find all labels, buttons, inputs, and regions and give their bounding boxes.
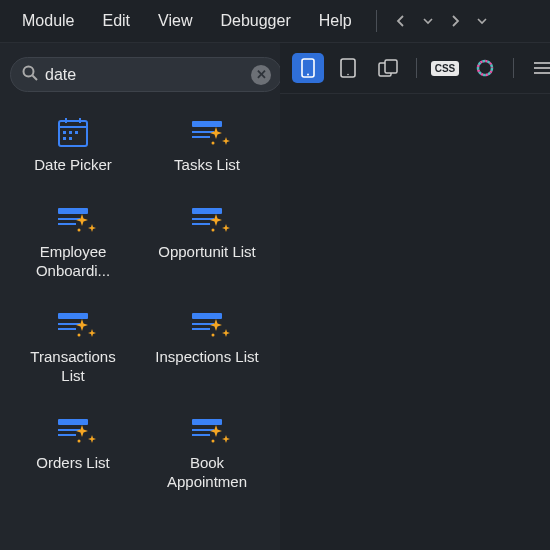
calendar-icon: [52, 114, 94, 150]
svg-point-30: [212, 334, 215, 337]
svg-rect-10: [69, 137, 72, 140]
content-area: CSS: [280, 43, 550, 550]
grid-item-label: Book Appointmen: [152, 454, 262, 492]
menubar: Module Edit View Debugger Help: [0, 0, 550, 43]
nav-forward-button[interactable]: [443, 11, 467, 31]
list-sparkle-icon: [52, 201, 94, 237]
more-menu-button[interactable]: [526, 53, 550, 83]
nav-dropdown-button-2[interactable]: [471, 12, 493, 30]
grid-item[interactable]: Tasks List: [144, 110, 270, 179]
svg-line-1: [33, 76, 38, 81]
grid-item-label: Employee Onboardi...: [18, 243, 128, 281]
grid-item-label: Tasks List: [174, 156, 240, 175]
svg-rect-8: [75, 131, 78, 134]
device-toolbar: CSS: [280, 43, 550, 94]
grid-item[interactable]: Date Picker: [10, 110, 136, 179]
svg-rect-44: [385, 60, 397, 73]
device-mobile-button[interactable]: [292, 53, 324, 83]
svg-point-40: [307, 74, 309, 76]
svg-point-42: [347, 74, 349, 76]
grid-item-label: Date Picker: [34, 156, 112, 175]
clear-search-button[interactable]: ✕: [251, 65, 271, 85]
search-input[interactable]: [45, 66, 245, 84]
grid-item[interactable]: Transactions List: [10, 302, 136, 390]
sidebar: ✕ Date PickerTasks ListEmployee Onboardi…: [0, 43, 280, 550]
divider: [376, 10, 377, 32]
device-tablet-button[interactable]: [332, 53, 364, 83]
css-button[interactable]: CSS: [429, 53, 461, 83]
menu-debugger[interactable]: Debugger: [208, 8, 302, 34]
menu-edit[interactable]: Edit: [90, 8, 142, 34]
svg-point-38: [212, 439, 215, 442]
list-sparkle-icon: [186, 412, 228, 448]
svg-rect-9: [63, 137, 66, 140]
grid-item[interactable]: Orders List: [10, 408, 136, 496]
svg-point-34: [78, 439, 81, 442]
grid-item[interactable]: Book Appointmen: [144, 408, 270, 496]
svg-point-18: [78, 228, 81, 231]
component-grid: Date PickerTasks ListEmployee Onboardi..…: [10, 110, 270, 495]
search-icon: [21, 64, 39, 85]
search-box[interactable]: ✕: [10, 57, 282, 92]
menu-module[interactable]: Module: [10, 8, 86, 34]
svg-point-0: [24, 67, 34, 77]
divider: [416, 58, 417, 78]
grid-item-label: Inspections List: [155, 348, 258, 367]
list-sparkle-icon: [186, 114, 228, 150]
menu-view[interactable]: View: [146, 8, 204, 34]
search-row: ✕: [10, 57, 270, 92]
main: ✕ Date PickerTasks ListEmployee Onboardi…: [0, 43, 550, 550]
list-sparkle-icon: [52, 306, 94, 342]
svg-rect-7: [69, 131, 72, 134]
grid-item-label: Opportunit List: [158, 243, 256, 262]
nav-back-button[interactable]: [389, 11, 413, 31]
grid-item-label: Transactions List: [18, 348, 128, 386]
svg-point-26: [78, 334, 81, 337]
svg-point-22: [212, 228, 215, 231]
grid-item[interactable]: Inspections List: [144, 302, 270, 390]
svg-rect-6: [63, 131, 66, 134]
list-sparkle-icon: [52, 412, 94, 448]
list-sparkle-icon: [186, 201, 228, 237]
grid-item[interactable]: Opportunit List: [144, 197, 270, 285]
list-sparkle-icon: [186, 306, 228, 342]
css-icon: CSS: [431, 61, 460, 76]
divider: [513, 58, 514, 78]
color-wheel-button[interactable]: [469, 53, 501, 83]
menu-help[interactable]: Help: [307, 8, 364, 34]
device-responsive-button[interactable]: [372, 53, 404, 83]
color-wheel-icon: [476, 59, 494, 77]
grid-item-label: Orders List: [36, 454, 109, 473]
svg-point-14: [212, 142, 215, 145]
nav-dropdown-button[interactable]: [417, 12, 439, 30]
grid-item[interactable]: Employee Onboardi...: [10, 197, 136, 285]
